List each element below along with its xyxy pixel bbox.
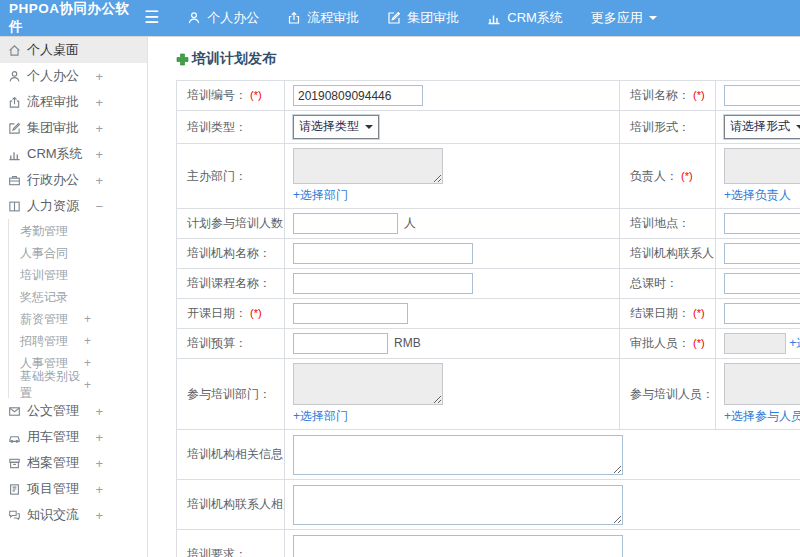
archive-icon: [7, 457, 21, 470]
host-dept-textarea[interactable]: [293, 148, 443, 184]
participants-textarea[interactable]: [724, 363, 800, 405]
collapse-minus-icon: −: [95, 199, 103, 214]
form-row: 培训要求：: [177, 530, 800, 557]
hamburger-menu-icon[interactable]: ☰: [140, 0, 173, 36]
expand-plus-icon: +: [95, 121, 103, 136]
unit-suffix: 人: [404, 216, 416, 230]
org-contact-input[interactable]: [724, 243, 800, 264]
sidebar-item-human-resources[interactable]: 人力资源 −: [0, 193, 147, 219]
sidebar-item-crm[interactable]: CRM系统 +: [0, 141, 147, 167]
budget-input[interactable]: [293, 333, 388, 354]
submenu-training[interactable]: 培训管理: [9, 264, 147, 286]
required-marker: (*): [681, 170, 693, 182]
topnav-more-apps[interactable]: 更多应用: [577, 0, 671, 36]
training-place-input[interactable]: [724, 213, 800, 234]
sidebar-item-label: 知识交流: [27, 506, 79, 524]
select-dept-link[interactable]: +选择部门: [293, 187, 348, 204]
submenu-label: 人事合同: [20, 245, 68, 262]
topnav-label: 个人办公: [207, 9, 259, 27]
field-label: 培训机构名称：: [187, 246, 271, 260]
topnav-flow-approval[interactable]: 流程审批: [273, 0, 373, 36]
form-row: 计划参与培训人数：(*) 人 培训地点：: [177, 209, 800, 239]
course-name-input[interactable]: [293, 273, 473, 294]
training-name-input[interactable]: [724, 85, 800, 106]
submenu-label: 奖惩记录: [20, 289, 68, 306]
topnav-personal-office[interactable]: 个人办公: [173, 0, 273, 36]
currency-suffix: RMB: [394, 336, 421, 350]
field-label: 培训课程名称：: [187, 276, 271, 290]
expand-plus-icon: +: [95, 430, 103, 445]
expand-plus-icon: +: [95, 404, 103, 419]
expand-plus-icon: +: [84, 312, 91, 326]
edit-icon: [7, 122, 21, 135]
sidebar-item-label: 档案管理: [27, 454, 79, 472]
planned-trainees-input[interactable]: [293, 213, 398, 234]
car-icon: [7, 431, 21, 444]
approver-input[interactable]: [724, 333, 786, 354]
select-participants-link[interactable]: +选择参与人员: [724, 408, 800, 425]
topnav-crm[interactable]: CRM系统: [473, 0, 577, 36]
field-label: 负责人：: [630, 169, 678, 183]
topnav-label: CRM系统: [507, 9, 563, 27]
org-contact-info-textarea[interactable]: [293, 485, 623, 525]
start-date-input[interactable]: [293, 303, 408, 324]
field-label: 主办部门：: [187, 169, 247, 183]
sidebar-item-vehicle[interactable]: 用车管理 +: [0, 424, 147, 450]
field-label: 参与培训人员：: [630, 387, 714, 401]
bar-chart-icon: [487, 11, 501, 25]
sidebar-item-knowledge[interactable]: 知识交流 +: [0, 502, 147, 528]
select-approver-link[interactable]: +选择审批人员: [789, 336, 800, 350]
topnav-label: 集团审批: [407, 9, 459, 27]
user-icon: [7, 70, 21, 83]
field-label: 培训编号：: [187, 88, 247, 102]
end-date-input[interactable]: [724, 303, 800, 324]
field-label: 培训形式：: [630, 120, 690, 134]
page-title: 培训计划发布: [176, 50, 800, 68]
leader-textarea[interactable]: [724, 148, 800, 184]
submenu-base-category[interactable]: 基础类别设置 +: [9, 374, 147, 396]
sidebar-item-label: 人力资源: [27, 197, 79, 215]
sidebar-item-label: 用车管理: [27, 428, 79, 446]
total-hours-input[interactable]: [724, 273, 800, 294]
page-title-text: 培训计划发布: [192, 50, 276, 68]
briefcase-icon: [7, 174, 21, 187]
sidebar-item-personal-desktop[interactable]: 个人桌面: [0, 37, 147, 63]
select-dept-link[interactable]: +选择部门: [293, 408, 348, 425]
org-name-input[interactable]: [293, 243, 473, 264]
form-row: 主办部门： +选择部门 负责人：(*) +选择负责人: [177, 144, 800, 209]
app-logo: PHPOA协同办公软件: [0, 0, 140, 36]
submenu-label: 薪资管理: [20, 311, 68, 328]
select-value: 请选择形式: [730, 118, 790, 135]
submenu-label: 招聘管理: [20, 333, 68, 350]
submenu-salary[interactable]: 薪资管理 +: [9, 308, 147, 330]
submenu-reward-punishment[interactable]: 奖惩记录: [9, 286, 147, 308]
submenu-attendance[interactable]: 考勤管理: [9, 220, 147, 242]
sidebar-item-flow-approval[interactable]: 流程审批 +: [0, 89, 147, 115]
submenu-hr-contract[interactable]: 人事合同: [9, 242, 147, 264]
field-label: 培训机构相关信息：: [187, 447, 285, 461]
form-row: 培训编号：(*) 培训名称：(*): [177, 81, 800, 111]
training-requirements-textarea[interactable]: [293, 535, 623, 557]
topnav-label: 流程审批: [307, 9, 359, 27]
training-form-select[interactable]: 请选择形式: [724, 115, 800, 139]
field-label: 计划参与培训人数：: [187, 216, 285, 230]
field-label: 参与培训部门：: [187, 387, 271, 401]
sidebar-item-personal-office[interactable]: 个人办公 +: [0, 63, 147, 89]
select-leader-link[interactable]: +选择负责人: [724, 187, 791, 204]
training-type-select[interactable]: 请选择类型: [293, 115, 379, 139]
submenu-label: 基础类别设置: [20, 368, 84, 402]
sidebar-item-projects[interactable]: 项目管理 +: [0, 476, 147, 502]
training-no-input[interactable]: [293, 85, 423, 106]
expand-plus-icon: +: [95, 482, 103, 497]
sidebar-item-archives[interactable]: 档案管理 +: [0, 450, 147, 476]
training-plan-form: 培训编号：(*) 培训名称：(*) 培训类型： 请选择类型 培训形式： 请选择: [176, 80, 800, 557]
org-info-textarea[interactable]: [293, 435, 623, 475]
topnav-group-approval[interactable]: 集团审批: [373, 0, 473, 36]
required-marker: (*): [250, 307, 262, 319]
participating-dept-textarea[interactable]: [293, 363, 443, 405]
sidebar-item-group-approval[interactable]: 集团审批 +: [0, 115, 147, 141]
sidebar-item-admin-office[interactable]: 行政办公 +: [0, 167, 147, 193]
sidebar-item-label: 项目管理: [27, 480, 79, 498]
caret-down-icon: [649, 16, 657, 24]
submenu-recruitment[interactable]: 招聘管理 +: [9, 330, 147, 352]
